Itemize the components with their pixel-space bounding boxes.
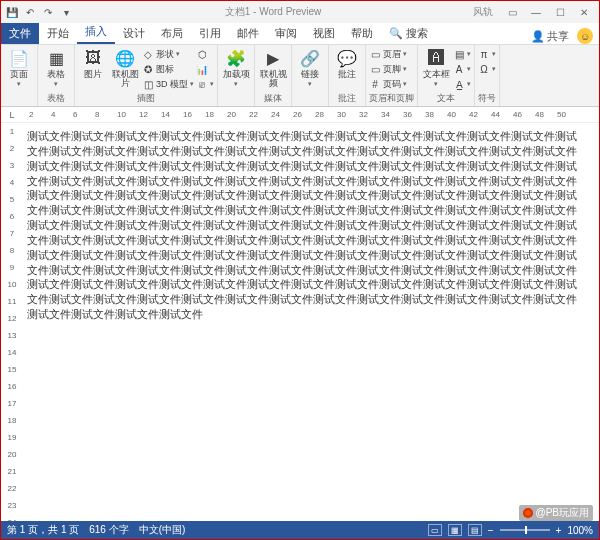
- group-text: 🅰文本框▾ ▤▾ A▾ A̲▾ 文本: [418, 45, 475, 106]
- user-name[interactable]: 风轨: [473, 5, 493, 19]
- dropcap-button[interactable]: A̲▾: [453, 77, 471, 91]
- icons-icon: ✪: [142, 63, 154, 75]
- symbol-icon: Ω: [478, 63, 490, 75]
- icons-button[interactable]: ✪图标: [142, 62, 194, 76]
- link-icon: 🔗: [299, 47, 321, 69]
- addin-icon: 🧩: [225, 47, 247, 69]
- pageno-icon: #: [369, 78, 381, 90]
- screenshot-icon: ⎚: [196, 78, 208, 90]
- tab-file[interactable]: 文件: [1, 23, 39, 44]
- tab-references[interactable]: 引用: [191, 23, 229, 44]
- group-links: 🔗链接▾: [292, 45, 329, 106]
- zoom-level[interactable]: 100%: [567, 525, 593, 536]
- chart-button[interactable]: 📊: [196, 62, 214, 76]
- ribbon-tabs: 文件 开始 插入 设计 布局 引用 邮件 审阅 视图 帮助 🔍 搜索 👤 共享 …: [1, 23, 599, 45]
- titlebar: 💾 ↶ ↷ ▾ 文档1 - Word Preview 风轨 ▭ ― ☐ ✕: [1, 1, 599, 23]
- online-video-button[interactable]: ▶联机视频: [258, 47, 288, 88]
- zoom-slider[interactable]: [500, 529, 550, 531]
- quickparts-button[interactable]: ▤▾: [453, 47, 471, 61]
- link-button[interactable]: 🔗链接▾: [295, 47, 325, 88]
- tab-layout[interactable]: 布局: [153, 23, 191, 44]
- pictures-button[interactable]: 🖼图片: [78, 47, 108, 79]
- status-words[interactable]: 616 个字: [89, 523, 128, 537]
- tab-view[interactable]: 视图: [305, 23, 343, 44]
- tab-design[interactable]: 设计: [115, 23, 153, 44]
- zoom-out-button[interactable]: −: [488, 525, 494, 536]
- smartart-button[interactable]: ⬡: [196, 47, 214, 61]
- redo-icon[interactable]: ↷: [41, 5, 55, 19]
- symbol-button[interactable]: Ω▾: [478, 62, 496, 76]
- shapes-button[interactable]: ◇形状▾: [142, 47, 194, 61]
- maximize-icon[interactable]: ☐: [549, 4, 571, 20]
- pageno-button[interactable]: #页码▾: [369, 77, 407, 91]
- view-print-icon[interactable]: ▦: [448, 524, 462, 536]
- table-icon: ▦: [45, 47, 67, 69]
- status-page[interactable]: 第 1 页，共 1 页: [7, 523, 79, 537]
- save-icon[interactable]: 💾: [5, 5, 19, 19]
- tab-review[interactable]: 审阅: [267, 23, 305, 44]
- tab-home[interactable]: 开始: [39, 23, 77, 44]
- comment-button[interactable]: 💬批注: [332, 47, 362, 79]
- ribbon-options-icon[interactable]: ▭: [501, 4, 523, 20]
- group-header-footer: ▭页眉▾ ▭页脚▾ #页码▾ 页眉和页脚: [366, 45, 418, 106]
- picture-icon: 🖼: [82, 47, 104, 69]
- view-web-icon[interactable]: ▤: [468, 524, 482, 536]
- status-lang[interactable]: 中文(中国): [139, 523, 186, 537]
- header-icon: ▭: [369, 48, 381, 60]
- wordart-icon: A: [453, 63, 465, 75]
- quickparts-icon: ▤: [453, 48, 465, 60]
- undo-icon[interactable]: ↶: [23, 5, 37, 19]
- feedback-icon[interactable]: ☺: [577, 28, 593, 44]
- share-button[interactable]: 👤 共享: [531, 29, 569, 44]
- chart-icon: 📊: [196, 63, 208, 75]
- window-title: 文档1 - Word Preview: [73, 5, 473, 19]
- ribbon: 📄页面▾ ▦表格▾ 表格 🖼图片 🌐联机图片 ◇形状▾ ✪图标 ◫3D 模型▾ …: [1, 45, 599, 107]
- group-symbols: π▾ Ω▾ 符号: [475, 45, 500, 106]
- dropcap-icon: A̲: [453, 78, 465, 90]
- online-pictures-button[interactable]: 🌐联机图片: [110, 47, 140, 88]
- group-media: ▶联机视频 媒体: [255, 45, 292, 106]
- shapes-icon: ◇: [142, 48, 154, 60]
- weibo-watermark: @PB玩应用: [519, 505, 594, 521]
- tab-insert[interactable]: 插入: [77, 21, 115, 44]
- ruler-vertical[interactable]: 1234567891011121314151617181920212223242…: [1, 123, 23, 523]
- group-comments: 💬批注 批注: [329, 45, 366, 106]
- online-picture-icon: 🌐: [114, 47, 136, 69]
- textbox-icon: 🅰: [425, 47, 447, 69]
- table-button[interactable]: ▦表格▾: [41, 47, 71, 88]
- group-addins: 🧩加载项▾: [218, 45, 255, 106]
- page-icon: 📄: [8, 47, 30, 69]
- ruler-horizontal[interactable]: 2468101214161820222426283032343638404244…: [23, 107, 599, 122]
- weibo-icon: [523, 508, 533, 518]
- ruler-corner: L: [1, 107, 23, 122]
- footer-icon: ▭: [369, 63, 381, 75]
- cover-page-button[interactable]: 📄页面▾: [4, 47, 34, 88]
- equation-button[interactable]: π▾: [478, 47, 496, 61]
- video-icon: ▶: [262, 47, 284, 69]
- smartart-icon: ⬡: [196, 48, 208, 60]
- header-button[interactable]: ▭页眉▾: [369, 47, 407, 61]
- search-box[interactable]: 🔍 搜索: [381, 23, 436, 44]
- screenshot-button[interactable]: ⎚▾: [196, 77, 214, 91]
- close-icon[interactable]: ✕: [573, 4, 595, 20]
- comment-icon: 💬: [336, 47, 358, 69]
- equation-icon: π: [478, 48, 490, 60]
- tab-help[interactable]: 帮助: [343, 23, 381, 44]
- document-area: 1234567891011121314151617181920212223242…: [1, 123, 599, 523]
- tab-mailings[interactable]: 邮件: [229, 23, 267, 44]
- cube-icon: ◫: [142, 78, 154, 90]
- addins-button[interactable]: 🧩加载项▾: [221, 47, 251, 88]
- statusbar: 第 1 页，共 1 页 616 个字 中文(中国) ▭ ▦ ▤ − + 100%: [1, 521, 599, 539]
- view-read-icon[interactable]: ▭: [428, 524, 442, 536]
- group-illustrations: 🖼图片 🌐联机图片 ◇形状▾ ✪图标 ◫3D 模型▾ ⬡ 📊 ⎚▾ 插图: [75, 45, 218, 106]
- ruler-area: L 24681012141618202224262830323436384042…: [1, 107, 599, 123]
- textbox-button[interactable]: 🅰文本框▾: [421, 47, 451, 88]
- minimize-icon[interactable]: ―: [525, 4, 547, 20]
- footer-button[interactable]: ▭页脚▾: [369, 62, 407, 76]
- document-body[interactable]: 测试文件测试文件测试文件测试文件测试文件测试文件测试文件测试文件测试文件测试文件…: [23, 123, 599, 523]
- zoom-in-button[interactable]: +: [556, 525, 562, 536]
- qat-more-icon[interactable]: ▾: [59, 5, 73, 19]
- group-pages: 📄页面▾: [1, 45, 38, 106]
- 3d-models-button[interactable]: ◫3D 模型▾: [142, 77, 194, 91]
- wordart-button[interactable]: A▾: [453, 62, 471, 76]
